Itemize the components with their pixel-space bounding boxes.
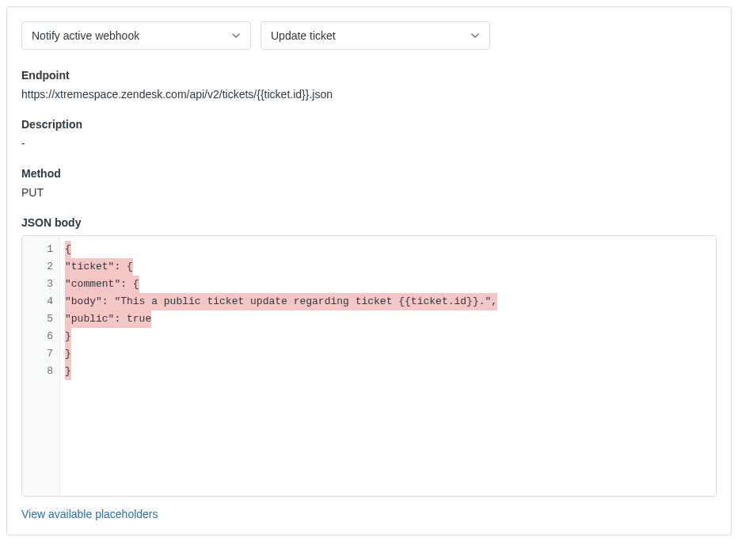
- code-line: }: [60, 345, 716, 363]
- code-line: {: [60, 241, 716, 258]
- gutter-line: 8: [22, 363, 59, 380]
- method-field: Method PUT: [21, 167, 717, 199]
- endpoint-field: Endpoint https://xtremespace.zendesk.com…: [21, 69, 717, 101]
- gutter-line: 1: [22, 241, 59, 258]
- code-line: "ticket": {: [60, 258, 716, 276]
- action-select[interactable]: Notify active webhook: [21, 21, 251, 50]
- gutter-line: 3: [22, 276, 59, 293]
- code-line: }: [60, 363, 716, 380]
- code-content[interactable]: {"ticket": {"comment": {"body": "This a …: [60, 236, 716, 496]
- json-body-field: JSON body 12345678 {"ticket": {"comment"…: [21, 216, 717, 520]
- gutter-line: 2: [22, 258, 59, 276]
- webhook-config-panel: Notify active webhook Update ticket Endp…: [6, 6, 732, 535]
- json-body-label: JSON body: [21, 216, 717, 229]
- gutter-line: 6: [22, 328, 59, 345]
- target-select-value: Update ticket: [271, 29, 336, 42]
- description-value: -: [21, 137, 717, 150]
- json-body-editor[interactable]: 12345678 {"ticket": {"comment": {"body":…: [21, 235, 717, 497]
- code-line: "body": "This a public ticket update reg…: [60, 293, 716, 310]
- code-line: }: [60, 328, 716, 345]
- code-line: "public": true: [60, 310, 716, 328]
- method-label: Method: [21, 167, 717, 180]
- view-placeholders-link[interactable]: View available placeholders: [21, 508, 158, 520]
- chevron-down-icon: [470, 31, 480, 40]
- description-label: Description: [21, 118, 717, 131]
- target-select[interactable]: Update ticket: [261, 21, 490, 50]
- endpoint-label: Endpoint: [21, 69, 717, 82]
- gutter-line: 7: [22, 345, 59, 363]
- description-field: Description -: [21, 118, 717, 150]
- action-select-value: Notify active webhook: [32, 29, 139, 42]
- gutter-line: 5: [22, 310, 59, 328]
- line-gutter: 12345678: [22, 236, 60, 496]
- endpoint-value: https://xtremespace.zendesk.com/api/v2/t…: [21, 88, 717, 101]
- gutter-line: 4: [22, 293, 59, 310]
- selects-row: Notify active webhook Update ticket: [21, 21, 717, 50]
- method-value: PUT: [21, 186, 717, 199]
- code-line: "comment": {: [60, 276, 716, 293]
- chevron-down-icon: [231, 31, 241, 40]
